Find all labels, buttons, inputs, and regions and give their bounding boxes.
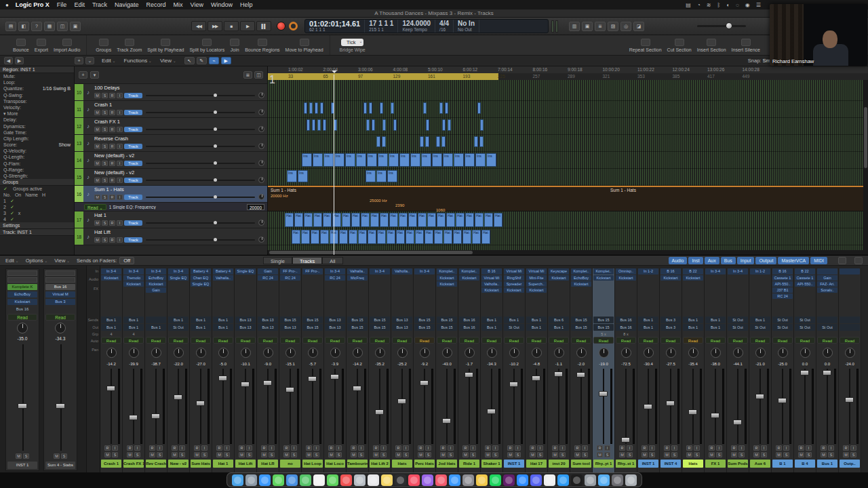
solo-button[interactable]: S [112, 452, 118, 458]
channel-name[interactable]: New - v2 [168, 460, 189, 468]
track-automation-row[interactable]: Read ⌄1 Single EQ: Frequency20000 [75, 203, 267, 211]
fader-cap[interactable] [442, 418, 451, 424]
send-slot[interactable]: Bus 6 [549, 317, 569, 323]
stop-button[interactable]: ■ [224, 21, 239, 31]
send-slot[interactable] [840, 317, 860, 323]
output-slot[interactable]: Bus 13 [325, 324, 345, 331]
mute-button[interactable]: M [283, 452, 290, 458]
lcd-field-0[interactable]: 01:02:01;14.6162 1 1 1 [305, 20, 365, 33]
output-slot[interactable] [840, 324, 860, 331]
inspector-row-dynamics[interactable]: Dynamics: [0, 123, 74, 129]
input-slot[interactable]: In 3-4 [325, 268, 345, 274]
insert-slot[interactable]: Kickstart [593, 275, 614, 281]
group-slot[interactable] [325, 331, 345, 337]
fader-cap[interactable] [487, 409, 496, 414]
input-slot[interactable]: Gain [258, 268, 278, 274]
track-volume-slider[interactable] [146, 112, 255, 113]
fader[interactable] [481, 367, 502, 445]
output-slot[interactable]: Bus 1 [213, 324, 233, 331]
input-monitor-button[interactable]: I [828, 445, 834, 451]
channel-strip-fx-1[interactable]: In 3-4Bus 1Bus 1 Read-38.0RIMSFX 1 [705, 268, 727, 472]
track-filter-icon[interactable]: ▾ [90, 71, 99, 79]
channel-name[interactable]: INST 1 [7, 462, 37, 469]
sends-on-faders-value[interactable]: Off [119, 257, 134, 264]
insert-slot[interactable]: RC 24 [772, 293, 793, 299]
automation-mode-button[interactable]: Read [795, 337, 815, 344]
group-slot[interactable]: 5 x [593, 331, 614, 337]
midi-region[interactable]: Ins [399, 153, 410, 167]
automation-point-label[interactable]: 2390 [395, 203, 404, 207]
midi-region[interactable]: Hat [399, 213, 408, 227]
channel-name[interactable]: Sum Pods [728, 460, 748, 468]
channel-name[interactable]: Crash 1 [101, 460, 121, 468]
channel-name[interactable]: Rhy..yt 1 [593, 460, 614, 468]
filter-midi-button[interactable]: MIDI [810, 257, 827, 264]
insert-slot[interactable]: Superch.. [526, 281, 547, 287]
record-enable-button[interactable]: R [109, 110, 115, 115]
mute-button[interactable]: M [373, 452, 379, 458]
group-slot[interactable] [459, 331, 479, 337]
channel-strip-perc-hats[interactable]: In 3-4Bus 15Bus 15 Read-9.2RIMSPerc Hats [414, 268, 436, 472]
mute-button[interactable]: M [597, 452, 603, 458]
midi-region[interactable]: Hat [456, 213, 465, 227]
input-monitor-button[interactable]: I [269, 445, 275, 451]
dock-icon-folder[interactable] [598, 474, 610, 486]
record-enable-button[interactable]: R [109, 144, 115, 149]
solo-button[interactable]: S [380, 452, 387, 458]
dock-icon-news[interactable] [435, 474, 447, 486]
record-enable-button[interactable]: R [664, 445, 670, 451]
send-slot[interactable]: Bus 16 [616, 317, 636, 323]
midi-region[interactable]: Ins [302, 153, 312, 167]
track-pan-knob[interactable] [258, 92, 264, 98]
inspector-row-loop[interactable]: Loop: [0, 79, 74, 85]
mute-button[interactable]: M [16, 453, 22, 459]
fader-cap[interactable] [644, 404, 652, 409]
lcd-field-3[interactable]: 4/4/16 [435, 20, 454, 33]
record-enable-button[interactable]: R [109, 161, 115, 166]
mute-button[interactable]: M [216, 452, 222, 458]
group-slot[interactable] [280, 331, 300, 337]
filter-audio-button[interactable]: Audio [669, 257, 688, 264]
solo-button[interactable]: S [448, 452, 454, 458]
send-slot[interactable]: Bus 1 [750, 317, 770, 323]
track-volume-slider[interactable] [146, 197, 255, 198]
track-name[interactable]: Reverse Crash [94, 136, 264, 142]
input-monitor-button[interactable]: I [515, 445, 521, 451]
insert-slot[interactable]: Kickstart [481, 287, 502, 293]
channel-strip-hat-1[interactable]: Battery 4Valhalla..Bus 1Bus 1 Read-5.0RI… [212, 268, 235, 472]
solo-button[interactable]: S [492, 452, 498, 458]
send-slot[interactable]: Bus 13 [325, 317, 345, 323]
insert-silence-button[interactable]: Insert Silence [732, 39, 760, 52]
fader[interactable] [459, 367, 479, 445]
channel-name[interactable]: B 1 [772, 460, 793, 468]
solo-button[interactable]: S [269, 452, 275, 458]
insert-slot[interactable]: Kickstart [459, 275, 479, 281]
track-volume-slider[interactable] [146, 180, 255, 181]
fader[interactable] [168, 367, 189, 445]
insert-slot[interactable]: Bus 3 [45, 299, 75, 305]
insert-slot[interactable]: FAZ- Ari. [817, 281, 837, 287]
solo-button[interactable]: S [102, 144, 108, 149]
midi-region[interactable]: Ins [367, 153, 377, 167]
track-lane-new-default-v2[interactable]: InsInsInsInsInsInsInsInsInsInsInsInsInsI… [268, 152, 868, 169]
input-slot[interactable]: Keyscape [549, 268, 569, 274]
pan-knob[interactable] [845, 348, 855, 358]
mute-button[interactable]: M [94, 110, 100, 115]
channel-strip-hat-loco[interactable]: In 3-4RC 24Bus 13Bus 13 Read-3.9RIMSHat … [324, 268, 347, 472]
solo-button[interactable]: S [783, 452, 789, 458]
solo-button[interactable]: S [828, 452, 834, 458]
fader-cap[interactable] [823, 370, 831, 375]
input-monitor-button[interactable]: I [403, 445, 409, 451]
pan-knob[interactable] [330, 348, 340, 358]
track-lane-crash-fx-1[interactable] [268, 118, 868, 135]
send-slot[interactable]: Bus 1 [168, 317, 189, 323]
pan-knob[interactable] [420, 348, 430, 358]
midi-region[interactable]: Ins [313, 153, 323, 167]
solo-button[interactable]: S [102, 93, 108, 98]
track-zoom-button[interactable]: Track Zoom [117, 39, 142, 52]
midi-region[interactable]: Ins [443, 153, 453, 167]
fader[interactable] [593, 367, 614, 445]
track-options-icon[interactable]: ⌄ [85, 57, 94, 64]
solo-button[interactable]: S [716, 452, 722, 458]
pan-knob[interactable] [688, 348, 698, 358]
